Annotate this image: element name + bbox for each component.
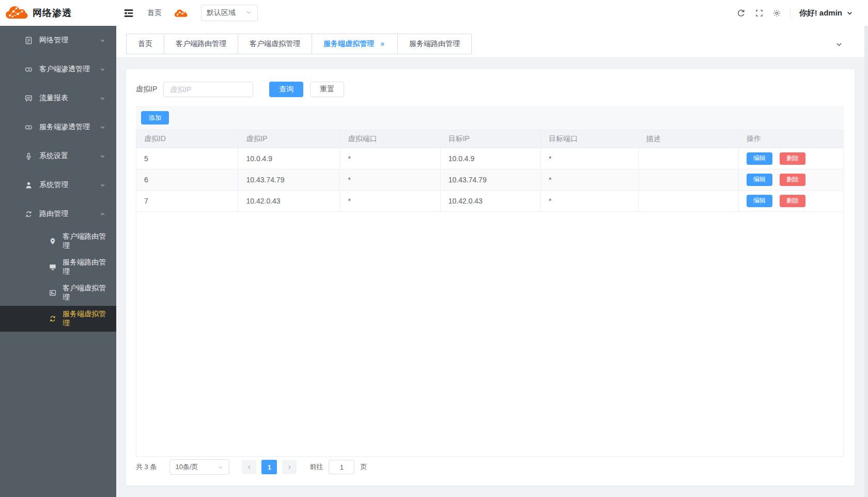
fullscreen-icon[interactable] — [755, 9, 764, 18]
sidebar-item-label: 网络管理 — [39, 36, 99, 45]
region-select-value: 默认区域 — [207, 8, 236, 18]
app-logo[interactable]: 网络渗透 — [0, 0, 116, 26]
delete-button[interactable]: 删除 — [780, 152, 805, 165]
cell-description — [638, 148, 738, 169]
theme-sun-icon[interactable] — [772, 9, 781, 18]
reset-button[interactable]: 重置 — [310, 82, 344, 97]
cell-virtual-ip: 10.43.74.79 — [238, 169, 340, 190]
tabs-overflow-chevron-icon[interactable] — [835, 40, 843, 49]
page-number-button[interactable]: 1 — [261, 460, 277, 474]
sidebar-item-client-virtual-mgmt[interactable]: 客户端虚拟管理 — [0, 280, 116, 306]
add-button[interactable]: 添加 — [141, 111, 169, 125]
edit-button[interactable]: 编辑 — [747, 195, 772, 207]
sidebar-item-traffic-report[interactable]: 流量报表 — [0, 84, 116, 113]
chevron-left-icon — [246, 464, 253, 471]
col-virtual-id: 虚拟ID — [136, 130, 238, 148]
page-size-select[interactable]: 10条/页 — [169, 459, 229, 475]
sidebar-item-system-mgmt[interactable]: 系统管理 — [0, 170, 116, 199]
app-title: 网络渗透 — [33, 7, 72, 19]
cell-target-port: * — [540, 190, 638, 211]
cloud-logo-icon — [5, 4, 28, 22]
pagination-total: 共 3 条 — [136, 462, 157, 472]
chevron-up-icon — [99, 211, 106, 218]
sidebar: 网络管理 客户端渗透管理 流量报表 — [0, 26, 116, 497]
data-board-icon — [24, 94, 34, 103]
region-select[interactable]: 默认区域 — [201, 5, 258, 21]
cell-target-ip: 10.43.74.79 — [440, 169, 540, 190]
cell-virtual-ip: 10.0.4.9 — [238, 148, 340, 169]
tab-client-virtual-mgmt[interactable]: 客户端虚拟管理 — [238, 34, 312, 54]
refresh-icon — [24, 209, 34, 219]
sidebar-item-route-mgmt[interactable]: 路由管理 — [0, 199, 116, 228]
table-row: 7 10.42.0.43 * 10.42.0.43 * 编辑 删除 — [136, 190, 843, 211]
cell-virtual-id: 7 — [136, 190, 238, 211]
chevron-right-icon — [286, 464, 293, 471]
delete-button[interactable]: 删除 — [780, 174, 805, 186]
chevron-down-icon — [99, 182, 106, 189]
cell-virtual-port: * — [340, 190, 440, 211]
col-virtual-ip: 虚拟IP — [238, 130, 340, 148]
sidebar-item-label: 客户端虚拟管理 — [63, 284, 106, 302]
next-page-button[interactable] — [282, 460, 297, 474]
table-row: 5 10.0.4.9 * 10.0.4.9 * 编辑 删除 — [136, 148, 843, 169]
tab-home[interactable]: 首页 — [126, 34, 164, 54]
monitor-icon — [49, 263, 57, 272]
sidebar-item-server-pentest-mgmt[interactable]: 服务端渗透管理 — [0, 113, 116, 142]
sidebar-item-client-pentest-mgmt[interactable]: 客户端渗透管理 — [0, 55, 116, 84]
chevron-down-icon — [99, 66, 106, 73]
pagination: 共 3 条 10条/页 1 前往 页 — [136, 459, 844, 475]
close-tab-icon[interactable] — [379, 41, 386, 48]
delete-button[interactable]: 删除 — [780, 195, 805, 207]
sidebar-item-server-virtual-mgmt[interactable]: 服务端虚拟管理 — [0, 306, 116, 332]
chevron-down-icon — [217, 464, 224, 471]
col-description: 描述 — [638, 130, 738, 148]
chevron-down-icon — [846, 9, 854, 17]
cell-target-port: * — [540, 169, 638, 190]
tabs-bar: 首页 客户端路由管理 客户端虚拟管理 服务端虚拟管理 服务端路由管理 — [116, 26, 868, 58]
goto-label: 前往 — [309, 462, 323, 472]
refresh-icon — [49, 315, 57, 323]
cell-virtual-id: 5 — [136, 148, 238, 169]
cell-target-ip: 10.42.0.43 — [440, 190, 540, 211]
cell-actions: 编辑 删除 — [739, 190, 844, 211]
user-dropdown[interactable]: 你好! admin — [799, 8, 854, 18]
user-icon — [24, 180, 34, 190]
edit-button[interactable]: 编辑 — [747, 174, 772, 186]
cell-actions: 编辑 删除 — [739, 148, 844, 169]
sidebar-fold-icon[interactable] — [122, 8, 135, 19]
cloud-region-icon — [174, 8, 188, 18]
microphone-icon — [24, 151, 34, 161]
chevron-down-icon — [99, 37, 106, 44]
edit-button[interactable]: 编辑 — [747, 152, 772, 165]
tab-label: 服务端路由管理 — [409, 39, 460, 49]
goto-suffix: 页 — [360, 462, 367, 472]
prev-page-button[interactable] — [242, 460, 256, 474]
sidebar-item-system-settings[interactable]: 系统设置 — [0, 142, 116, 170]
tab-server-virtual-mgmt[interactable]: 服务端虚拟管理 — [312, 34, 398, 54]
tab-label: 客户端路由管理 — [176, 39, 226, 49]
cell-virtual-id: 6 — [136, 169, 238, 190]
goto-page-input[interactable] — [329, 460, 354, 474]
page-content: 虚拟IP 查询 重置 添加 虚拟ID 虚拟IP — [116, 58, 868, 497]
refresh-icon[interactable] — [736, 8, 746, 18]
sidebar-item-label: 流量报表 — [39, 94, 99, 103]
header-divider — [790, 8, 791, 18]
sidebar-item-server-route-mgmt[interactable]: 服务端路由管理 — [0, 254, 116, 280]
tab-label: 客户端虚拟管理 — [250, 39, 300, 49]
table-row: 6 10.43.74.79 * 10.43.74.79 * 编辑 删除 — [136, 169, 843, 190]
filter-row: 虚拟IP 查询 重置 — [136, 82, 844, 97]
tab-client-route-mgmt[interactable]: 客户端路由管理 — [164, 34, 238, 54]
picture-icon — [49, 289, 57, 298]
scrollbar[interactable] — [864, 0, 868, 497]
tab-label: 首页 — [138, 39, 152, 49]
chevron-down-icon — [99, 153, 106, 160]
tab-server-route-mgmt[interactable]: 服务端路由管理 — [397, 34, 472, 54]
sidebar-item-label: 系统管理 — [39, 180, 99, 190]
col-target-port: 目标端口 — [540, 130, 638, 148]
sidebar-item-network-mgmt[interactable]: 网络管理 — [0, 26, 116, 55]
cell-actions: 编辑 删除 — [739, 169, 844, 190]
virtual-ip-input[interactable] — [163, 82, 253, 97]
query-button[interactable]: 查询 — [269, 82, 303, 97]
sidebar-item-client-route-mgmt[interactable]: 客户端路由管理 — [0, 228, 116, 254]
breadcrumb[interactable]: 首页 — [147, 8, 162, 18]
